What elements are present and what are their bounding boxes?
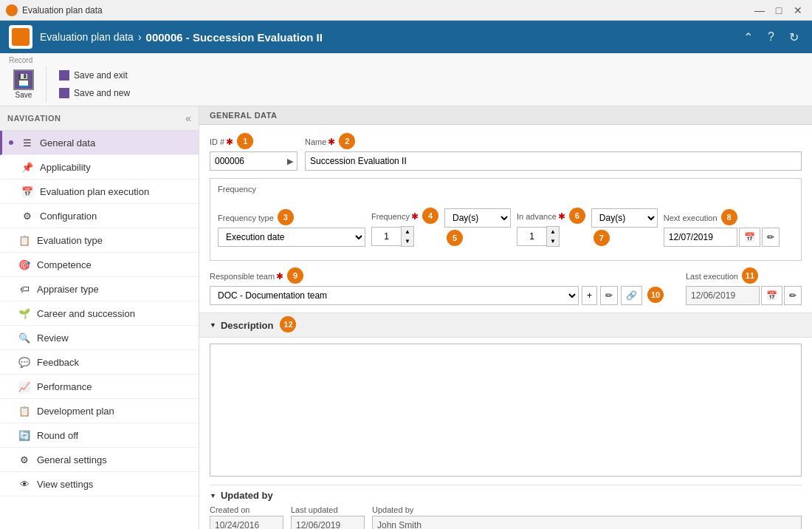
sidebar-item-feedback[interactable]: 💬 Feedback (0, 350, 199, 375)
sidebar-item-evaluation-type[interactable]: 📋 Evaluation type (0, 228, 199, 253)
in-advance-stepper: ▲ ▼ (517, 226, 585, 247)
resp-team-select[interactable]: DOC - Documentation team (210, 286, 579, 305)
toolbar-divider (46, 66, 47, 103)
team-row: DOC - Documentation team + ✏ 🔗 10 (210, 286, 664, 305)
in-advance-unit-select[interactable]: Day(s) Month(s) (591, 208, 658, 228)
sidebar-label-view-settings: View settings (37, 479, 93, 490)
description-textarea[interactable] (210, 344, 802, 477)
created-on-group: Created on (210, 505, 283, 529)
frequency-box-label: Frequency (218, 185, 794, 194)
freq-step-down[interactable]: ▼ (402, 236, 413, 246)
sidebar-item-career-succession[interactable]: 🌱 Career and succession (0, 301, 199, 326)
appraiser-type-icon: 🏷 (18, 282, 31, 296)
save-and-new-label: Save and new (74, 88, 130, 98)
development-plan-icon: 📋 (18, 404, 31, 417)
save-and-exit-button[interactable]: Save and exit (54, 67, 134, 83)
performance-icon: 📈 (18, 380, 31, 393)
next-exec-calendar-btn[interactable]: 📅 (739, 228, 760, 247)
sidebar-item-general-settings[interactable]: ⚙ General settings (0, 448, 199, 472)
frequency-label: Frequency ✱ 4 (371, 208, 438, 225)
freq-type-group: Frequency type 3 Execution date (218, 210, 365, 247)
titlebar-title: Evaluation plan data (22, 5, 751, 16)
team-edit-btn[interactable]: ✏ (600, 286, 618, 305)
app-logo (9, 25, 32, 49)
sidebar-item-competence[interactable]: 🎯 Competence (0, 253, 199, 277)
sidebar-item-round-off[interactable]: 🔄 Round off (0, 423, 199, 448)
sidebar-collapse-btn[interactable]: « (185, 112, 191, 124)
sidebar-item-applicability[interactable]: 📌 Applicability (0, 155, 199, 180)
freq-unit-select[interactable]: Day(s) Month(s) Year(s) (444, 208, 511, 228)
help-btn[interactable]: ? (763, 27, 779, 47)
sidebar-item-view-settings[interactable]: 👁 View settings (0, 472, 199, 496)
minimize-button[interactable]: — (751, 2, 768, 18)
freq-step-up[interactable]: ▲ (402, 227, 413, 236)
sidebar-label-general-settings: General settings (37, 454, 107, 465)
refresh-btn[interactable]: ↻ (785, 27, 803, 47)
sidebar-label-general-data: General data (40, 137, 95, 149)
sidebar-item-performance[interactable]: 📈 Performance (0, 375, 199, 399)
save-and-new-button[interactable]: Save and new (54, 85, 134, 101)
frequency-group: Frequency ✱ 4 ▲ ▼ (371, 208, 438, 247)
next-exec-row: 📅 ✏ (664, 228, 780, 247)
sidebar-item-eval-plan-execution[interactable]: 📅 Evaluation plan execution (0, 180, 199, 204)
created-on-input (210, 516, 283, 529)
last-exec-edit-btn[interactable]: ✏ (784, 286, 802, 305)
last-exec-group: Last execution 11 📅 ✏ (686, 268, 802, 305)
last-exec-calendar-btn[interactable]: 📅 (761, 286, 782, 305)
feedback-icon: 💬 (18, 355, 31, 369)
sidebar-item-configuration[interactable]: ⚙ Configuration (0, 204, 199, 228)
frequency-input[interactable] (371, 227, 401, 246)
general-data-icon: ☰ (21, 136, 34, 149)
id-input[interactable] (210, 151, 283, 171)
breadcrumb-current: 000006 - Succession Evaluation II (146, 31, 323, 44)
competence-icon: 🎯 (18, 258, 31, 271)
name-group: Name ✱ 2 (305, 134, 802, 171)
sidebar-label-development-plan: Development plan (37, 406, 114, 417)
id-label: ID # ✱ 1 (210, 134, 297, 150)
sidebar-header: NAVIGATION « (0, 106, 199, 131)
toolbar-row: 💾 Save Save and exit Save and new (6, 66, 806, 103)
sidebar-item-development-plan[interactable]: 📋 Development plan (0, 399, 199, 423)
evaluation-type-icon: 📋 (18, 233, 31, 247)
headerbar: Evaluation plan data › 000006 - Successi… (0, 21, 812, 53)
name-label: Name ✱ 2 (305, 134, 802, 150)
sidebar-item-appraiser-type[interactable]: 🏷 Appraiser type (0, 277, 199, 301)
updated-by-collapse-arrow: ▼ (210, 492, 216, 499)
freq-type-select[interactable]: Execution date (218, 228, 365, 247)
save-and-exit-label: Save and exit (74, 70, 128, 81)
save-button[interactable]: 💾 Save (6, 66, 41, 102)
sidebar-label-evaluation-type: Evaluation type (37, 235, 103, 246)
in-advance-step-down[interactable]: ▼ (547, 236, 559, 246)
view-settings-icon: 👁 (18, 477, 31, 491)
name-input[interactable] (305, 151, 802, 171)
next-exec-input[interactable] (664, 228, 737, 247)
close-button[interactable]: ✕ (790, 2, 806, 18)
breadcrumb: Evaluation plan data › 000006 - Successi… (40, 31, 739, 44)
team-add-btn[interactable]: + (582, 286, 597, 305)
maximize-button[interactable]: □ (771, 2, 787, 18)
description-section-header[interactable]: ▼ Description 12 (199, 313, 812, 338)
next-exec-clear-btn[interactable]: ✏ (762, 228, 780, 247)
frequency-row: Frequency type 3 Execution date Frequenc… (218, 198, 794, 247)
in-advance-input[interactable] (517, 227, 546, 246)
in-advance-step-up[interactable]: ▲ (547, 227, 559, 236)
sidebar-item-general-data[interactable]: ☰ General data (0, 131, 199, 155)
save-label: Save (16, 91, 32, 99)
id-arrow-btn[interactable]: ▶ (283, 151, 297, 171)
section-title: GENERAL DATA (210, 111, 278, 120)
name-badge: 2 (339, 133, 355, 149)
collapse-btn[interactable]: ⌃ (739, 27, 757, 47)
sidebar-label-career-succession: Career and succession (37, 308, 135, 319)
description-badge: 12 (280, 316, 296, 332)
updated-by-section: ▼ Updated by Created on Last updated Upd… (210, 485, 802, 529)
description-label: Description (221, 320, 274, 331)
breadcrumb-start[interactable]: Evaluation plan data (40, 31, 134, 43)
team-last-exec-row: Responsible team ✱ 9 DOC - Documentation… (210, 268, 802, 305)
team-link-btn[interactable]: 🔗 (621, 286, 642, 305)
updated-by-header[interactable]: ▼ Updated by (210, 490, 802, 505)
sidebar-item-review[interactable]: 🔍 Review (0, 326, 199, 350)
created-on-label: Created on (210, 505, 283, 514)
sidebar-label-applicability: Applicability (40, 162, 91, 173)
main-layout: NAVIGATION « ☰ General data 📌 Applicabil… (0, 106, 812, 529)
in-advance-required: ✱ (558, 211, 565, 222)
